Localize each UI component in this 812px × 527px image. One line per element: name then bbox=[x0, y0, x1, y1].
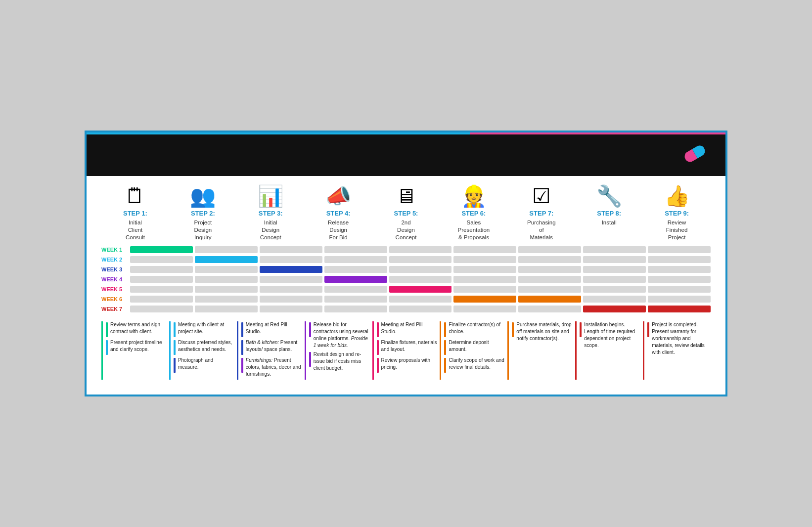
note-bullet-1-2: Present project timeline and clarify sco… bbox=[106, 339, 166, 355]
bar-5-9 bbox=[648, 286, 711, 293]
step-name-4: ReleaseDesignFor Bid bbox=[328, 219, 349, 241]
note-bullet-2-3: Photograph and measure. bbox=[174, 357, 234, 373]
bar-2-7 bbox=[518, 256, 581, 263]
note-bullet-3-1: Meeting at Red Pill Studio. bbox=[241, 321, 302, 337]
bar-5-7 bbox=[518, 286, 581, 293]
bullet-bar-5-1 bbox=[377, 322, 379, 337]
note-col-4: Release bid for contractors using severa… bbox=[305, 321, 372, 380]
note-col-8: Installation begins. Length of time requ… bbox=[575, 321, 643, 380]
bullet-bar-8-1 bbox=[580, 322, 582, 337]
bar-5-1 bbox=[130, 286, 193, 293]
gantt-row-week-7: WEEK 7 bbox=[101, 306, 711, 312]
bullet-bar-1-2 bbox=[106, 340, 108, 355]
bullet-bar-3-1 bbox=[241, 322, 243, 337]
bullet-text-6-2: Determine deposit amount. bbox=[449, 339, 504, 353]
steps-row: 🗒STEP 1:InitialClientConsult👥STEP 2:Proj… bbox=[101, 186, 711, 241]
bars-container-1 bbox=[130, 246, 711, 253]
poster: 🗒STEP 1:InitialClientConsult👥STEP 2:Proj… bbox=[85, 131, 727, 396]
note-col-3: Meeting at Red Pill Studio.Bath & kitche… bbox=[237, 321, 305, 380]
note-bullet-8-1: Installation begins. Length of time requ… bbox=[580, 321, 640, 349]
bar-7-8 bbox=[583, 306, 646, 312]
bar-2-3 bbox=[260, 256, 322, 263]
step-col-4: 📣STEP 4:ReleaseDesignFor Bid bbox=[305, 186, 372, 241]
step-name-5: 2ndDesignConcept bbox=[396, 219, 417, 241]
bar-7-6 bbox=[453, 306, 516, 312]
gantt-row-week-1: WEEK 1 bbox=[101, 246, 711, 253]
bullet-bar-7-1 bbox=[512, 322, 514, 337]
bullet-text-5-3: Review proposals with pricing. bbox=[381, 357, 437, 371]
bar-6-7 bbox=[518, 296, 581, 303]
week-label-6: WEEK 6 bbox=[101, 296, 130, 302]
note-col-5: Meeting at Red Pill Studio.Finalize fixt… bbox=[372, 321, 440, 380]
step-col-5: 🖥STEP 5:2ndDesignConcept bbox=[372, 186, 440, 241]
step-col-8: 🔧STEP 8:Install bbox=[575, 186, 643, 241]
step-name-8: Install bbox=[602, 219, 617, 226]
gantt-row-week-4: WEEK 4 bbox=[101, 276, 711, 283]
gantt-row-week-6: WEEK 6 bbox=[101, 296, 711, 303]
step-col-6: 👷STEP 6:SalesPresentation& Proposals bbox=[440, 186, 507, 241]
note-bullet-3-3: Furnishings: Present colors, fabrics, de… bbox=[241, 357, 302, 378]
note-bullet-5-3: Review proposals with pricing. bbox=[377, 357, 437, 373]
step-name-2: ProjectDesignInquiry bbox=[194, 219, 212, 241]
bar-1-8 bbox=[583, 246, 646, 253]
bar-7-7 bbox=[518, 306, 581, 312]
step-label-2: STEP 2: bbox=[191, 210, 215, 218]
bullet-text-4-1: Release bid for contractors using severa… bbox=[314, 321, 369, 349]
note-bullet-2-2: Discuss preferred styles, aesthetics and… bbox=[174, 339, 234, 355]
bullet-text-6-1: Finalize contractor(s) of choice. bbox=[449, 321, 504, 335]
step-col-7: ☑STEP 7:PurchasingofMaterials bbox=[507, 186, 575, 241]
bar-1-1 bbox=[130, 246, 193, 253]
bar-1-5 bbox=[389, 246, 452, 253]
step-icon-7: ☑ bbox=[532, 186, 551, 207]
note-col-2: Meeting with client at project site.Disc… bbox=[169, 321, 237, 380]
bullet-bar-2-2 bbox=[174, 340, 176, 355]
bullet-text-2-2: Discuss preferred styles, aesthetics and… bbox=[178, 339, 234, 353]
bullet-text-2-3: Photograph and measure. bbox=[178, 357, 234, 371]
bullet-text-9-1: Project is completed. Present warranty f… bbox=[652, 321, 708, 356]
bullet-text-8-1: Installation begins. Length of time requ… bbox=[584, 321, 640, 349]
step-label-1: STEP 1: bbox=[123, 210, 147, 218]
bar-2-4 bbox=[324, 256, 387, 263]
bullet-bar-9-1 bbox=[647, 322, 649, 337]
step-label-5: STEP 5: bbox=[394, 210, 418, 218]
bar-2-9 bbox=[648, 256, 711, 263]
note-bullet-6-2: Determine deposit amount. bbox=[444, 339, 504, 355]
bar-7-4 bbox=[324, 306, 387, 312]
bullet-text-4-2: Revisit design and re-issue bid if costs… bbox=[314, 351, 369, 372]
step-icon-5: 🖥 bbox=[396, 186, 416, 207]
bullet-text-6-3: Clarify scope of work and review final d… bbox=[449, 357, 504, 371]
gantt-row-week-3: WEEK 3 bbox=[101, 266, 711, 273]
bar-6-1 bbox=[130, 296, 193, 303]
bar-7-9 bbox=[648, 306, 711, 312]
bars-container-6 bbox=[130, 296, 711, 303]
bar-4-6 bbox=[453, 276, 516, 283]
pill-icon bbox=[682, 143, 707, 164]
step-col-1: 🗒STEP 1:InitialClientConsult bbox=[101, 186, 169, 241]
bar-4-1 bbox=[130, 276, 193, 283]
step-icon-6: 👷 bbox=[461, 186, 487, 207]
bar-7-3 bbox=[260, 306, 322, 312]
bullet-bar-2-1 bbox=[174, 322, 176, 337]
bar-1-7 bbox=[518, 246, 581, 253]
note-bullet-9-1: Project is completed. Present warranty f… bbox=[647, 321, 708, 356]
bar-4-3 bbox=[260, 276, 322, 283]
step-name-3: InitialDesignConcept bbox=[260, 219, 281, 241]
bar-5-5 bbox=[389, 286, 452, 293]
header bbox=[87, 134, 725, 176]
bar-6-3 bbox=[260, 296, 322, 303]
note-bullet-7-1: Purchase materials, drop off materials o… bbox=[512, 321, 572, 342]
bullet-bar-1-1 bbox=[106, 322, 108, 337]
step-label-8: STEP 8: bbox=[597, 210, 621, 218]
bar-1-3 bbox=[260, 246, 322, 253]
bar-7-5 bbox=[389, 306, 452, 312]
bullet-bar-3-2 bbox=[241, 340, 243, 355]
step-name-9: ReviewFinishedProject bbox=[666, 219, 687, 241]
note-bullet-2-1: Meeting with client at project site. bbox=[174, 321, 234, 337]
bar-1-2 bbox=[195, 246, 258, 253]
bar-7-1 bbox=[130, 306, 193, 312]
bars-container-5 bbox=[130, 286, 711, 293]
step-name-6: SalesPresentation& Proposals bbox=[458, 219, 490, 241]
note-bullet-6-3: Clarify scope of work and review final d… bbox=[444, 357, 504, 373]
week-label-7: WEEK 7 bbox=[101, 306, 130, 312]
bar-4-5 bbox=[389, 276, 452, 283]
